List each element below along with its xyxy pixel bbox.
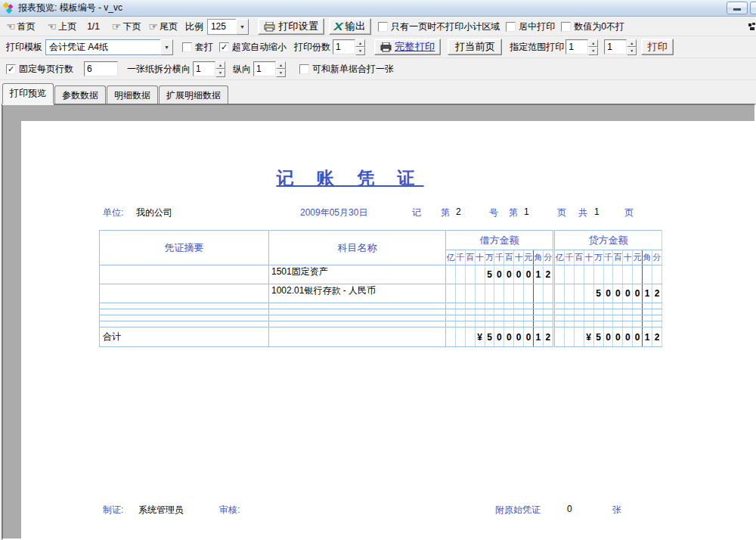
copies-spinner[interactable]: ▲ ▼ bbox=[355, 39, 365, 55]
checkbox-box[interactable] bbox=[506, 22, 516, 32]
summary-cell bbox=[100, 321, 269, 327]
debit-digit-cell bbox=[543, 321, 553, 327]
checkbox-box[interactable] bbox=[182, 42, 192, 52]
debit-digit-cell bbox=[494, 303, 504, 309]
debit-digit-cell bbox=[446, 284, 456, 303]
page-prefix: 第 bbox=[509, 206, 518, 219]
preview-panel: 记 账 凭 证 单位: 我的公司 2009年05月30日 记 第 2 号 第 1… bbox=[2, 104, 756, 540]
credit-digit-cell bbox=[593, 309, 603, 315]
credit-digit-cell: 0 bbox=[623, 284, 633, 303]
print-button[interactable]: 打印 bbox=[641, 39, 674, 55]
rows-per-page-input[interactable]: 6 bbox=[84, 61, 118, 76]
credit-digit-cell bbox=[603, 265, 613, 284]
voucher-table: 凭证摘要科目名称借方金额贷方金额亿千百十万千百十元角分亿千百十万千百十元角分15… bbox=[99, 230, 662, 347]
spinner-up-icon[interactable]: ▲ bbox=[276, 61, 286, 70]
checkbox-box[interactable] bbox=[378, 22, 388, 32]
toolbar-print: 打印模板 会计凭证 A4纸 ▼ 套打 ✓ 超宽自动缩小 打印份数 1 ▲ ▼ 完… bbox=[0, 36, 756, 58]
split-vertical-input[interactable]: 1 bbox=[253, 61, 276, 76]
checkbox-box[interactable]: ✓ bbox=[219, 42, 229, 52]
credit-digit-cell bbox=[554, 265, 565, 284]
digit-header: 千 bbox=[455, 250, 465, 265]
total-row: 合计¥5000012¥5000012 bbox=[100, 327, 662, 347]
account-cell bbox=[269, 309, 446, 315]
credit-total-digit-cell: 0 bbox=[623, 327, 633, 347]
template-combobox[interactable]: 会计凭证 A4纸 ▼ bbox=[45, 39, 173, 55]
credit-digit-cell bbox=[603, 303, 613, 309]
debit-digit-cell: 0 bbox=[524, 265, 534, 284]
split-horizontal-spinner[interactable]: ▲ ▼ bbox=[215, 61, 225, 77]
voucher-page: 记 账 凭 证 单位: 我的公司 2009年05月30日 记 第 2 号 第 1… bbox=[21, 121, 754, 538]
checkbox-box[interactable] bbox=[299, 64, 309, 74]
next-page-button[interactable]: ☞ 下页 bbox=[112, 20, 141, 33]
tab-print-preview[interactable]: 打印预览 bbox=[2, 83, 54, 104]
credit-digit-cell bbox=[652, 265, 662, 284]
range-from-spinner[interactable]: ▲ ▼ bbox=[588, 39, 598, 55]
digit-header: 分 bbox=[543, 250, 553, 265]
zero-skip-checkbox[interactable]: 数值为0不打 bbox=[561, 20, 624, 33]
spinner-down-icon[interactable]: ▼ bbox=[276, 69, 286, 77]
print-setup-button[interactable]: 打印设置 bbox=[258, 18, 324, 35]
overlay-print-checkbox[interactable]: 套打 bbox=[182, 41, 213, 54]
checkbox-box[interactable] bbox=[561, 22, 571, 32]
voucher-row: 1002.01银行存款 - 人民币5000012 bbox=[100, 284, 662, 303]
print-current-button[interactable]: 打当前页 bbox=[448, 39, 502, 55]
range-from-input[interactable]: 1 bbox=[565, 39, 588, 54]
summary-cell bbox=[100, 284, 269, 303]
window-title: 报表预览: 模板编号 - v_vc bbox=[18, 2, 122, 14]
prev-page-button[interactable]: ☜ 上页 bbox=[48, 20, 77, 33]
first-page-button[interactable]: ☜ 首页 bbox=[6, 20, 36, 33]
full-print-button[interactable]: 完整打印 bbox=[374, 39, 441, 55]
debit-total-digit-cell: 0 bbox=[494, 327, 504, 347]
no-subtotal-checkbox[interactable]: 只有一页时不打印小计区域 bbox=[378, 20, 500, 33]
digit-header: 千 bbox=[494, 250, 504, 265]
export-button[interactable]: X 输出 bbox=[329, 18, 371, 35]
tab-extended-detail-data[interactable]: 扩展明细数据 bbox=[159, 85, 228, 104]
chevron-down-icon[interactable]: ▼ bbox=[236, 19, 249, 35]
range-to-input[interactable]: 1 bbox=[604, 39, 627, 54]
autoshrink-checkbox[interactable]: ✓ 超宽自动缩小 bbox=[219, 41, 287, 54]
debit-digit-cell bbox=[455, 309, 465, 315]
spinner-up-icon[interactable]: ▲ bbox=[355, 39, 365, 48]
spinner-down-icon[interactable]: ▼ bbox=[215, 69, 225, 77]
range-to-spinner[interactable]: ▲ ▼ bbox=[627, 39, 637, 55]
spinner-up-icon[interactable]: ▲ bbox=[588, 39, 598, 48]
no-prefix: 第 bbox=[441, 206, 450, 219]
split-horizontal-input[interactable]: 1 bbox=[193, 61, 215, 76]
debit-total-digit-cell bbox=[455, 327, 465, 347]
chevron-down-icon[interactable]: ▼ bbox=[160, 39, 173, 55]
page-number: 1 bbox=[524, 206, 529, 217]
split-vertical-spinner[interactable]: ▲ ▼ bbox=[276, 61, 286, 77]
scale-combobox[interactable]: 125 ▼ bbox=[207, 19, 249, 35]
tab-parameter-data[interactable]: 参数数据 bbox=[54, 85, 106, 104]
credit-digit-cell bbox=[633, 303, 643, 309]
credit-digit-cell: 0 bbox=[603, 284, 613, 303]
debit-digit-cell bbox=[485, 321, 494, 327]
attach-label: 附原始凭证 bbox=[495, 504, 541, 517]
debit-digit-cell bbox=[534, 284, 544, 303]
tab-detail-data[interactable]: 明细数据 bbox=[107, 85, 158, 104]
center-print-checkbox[interactable]: 居中打印 bbox=[506, 20, 555, 33]
digit-header: 亿 bbox=[554, 250, 565, 265]
minimize-button[interactable] bbox=[727, 2, 748, 14]
credit-digit-cell bbox=[652, 315, 662, 321]
spinner-up-icon[interactable]: ▲ bbox=[215, 61, 225, 70]
debit-total-digit-cell: 0 bbox=[504, 327, 514, 347]
last-page-button[interactable]: ☞ 尾页 bbox=[148, 20, 178, 33]
debit-digit-cell bbox=[485, 303, 494, 309]
credit-digit-cell bbox=[584, 265, 593, 284]
credit-total-digit-cell bbox=[554, 327, 565, 347]
spinner-down-icon[interactable]: ▼ bbox=[355, 47, 365, 55]
spinner-down-icon[interactable]: ▼ bbox=[627, 47, 637, 55]
copies-input[interactable]: 1 bbox=[333, 39, 355, 54]
fixed-rows-label: 固定每页行数 bbox=[19, 63, 73, 76]
credit-digit-cell bbox=[564, 315, 574, 321]
credit-digit-cell bbox=[623, 315, 633, 321]
combine-print-checkbox[interactable]: 可和新单据合打一张 bbox=[299, 63, 394, 76]
spinner-down-icon[interactable]: ▼ bbox=[588, 47, 598, 55]
fixed-rows-checkbox[interactable]: ✓ 固定每页行数 bbox=[6, 63, 73, 76]
checkbox-box[interactable]: ✓ bbox=[6, 64, 16, 74]
credit-digit-cell bbox=[603, 321, 613, 327]
summary-cell bbox=[100, 265, 269, 284]
spinner-up-icon[interactable]: ▲ bbox=[627, 39, 637, 48]
maximize-button[interactable] bbox=[750, 2, 756, 14]
